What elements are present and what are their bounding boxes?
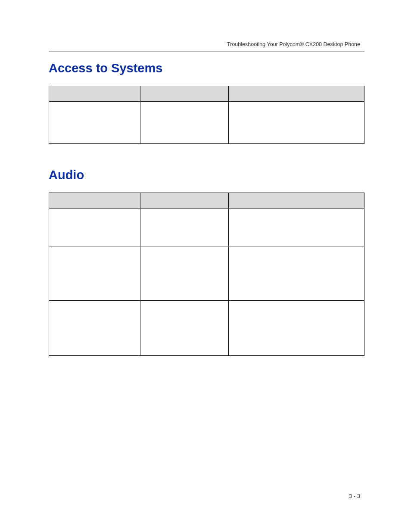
table-audio [49, 193, 364, 356]
table-cell [140, 246, 229, 301]
table-header-cell [229, 86, 364, 102]
table-cell [49, 102, 140, 144]
table-header-cell [229, 193, 364, 208]
table-cell [49, 246, 140, 301]
table-cell [140, 208, 229, 246]
section-title-access-to-systems: Access to Systems [49, 61, 364, 75]
page-number: 3 - 3 [349, 493, 360, 499]
table-cell [49, 208, 140, 246]
table-access-to-systems [49, 86, 364, 144]
table-cell [229, 102, 364, 144]
section-title-audio: Audio [49, 168, 364, 182]
table-cell [229, 301, 364, 356]
header-rule [49, 51, 364, 52]
table-header-row [49, 193, 364, 208]
table-cell [229, 246, 364, 301]
running-header: Troubleshooting Your Polycom® CX200 Desk… [227, 41, 360, 47]
table-header-cell [49, 86, 140, 102]
table-header-cell [140, 193, 229, 208]
table-row [49, 246, 364, 301]
table-cell [140, 102, 229, 144]
table-header-row [49, 86, 364, 102]
table-row [49, 102, 364, 144]
table-cell [49, 301, 140, 356]
table-row [49, 301, 364, 356]
table-header-cell [140, 86, 229, 102]
table-cell [140, 301, 229, 356]
table-header-cell [49, 193, 140, 208]
table-cell [229, 208, 364, 246]
table-row [49, 208, 364, 246]
page: Troubleshooting Your Polycom® CX200 Desk… [0, 0, 411, 532]
